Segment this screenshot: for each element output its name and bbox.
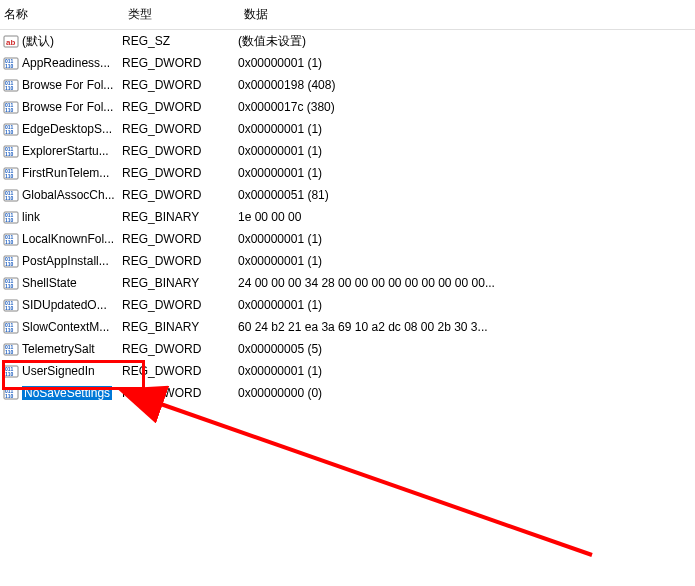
value-name[interactable]: AppReadiness...	[20, 56, 122, 70]
value-data: 0x00000001 (1)	[238, 56, 695, 70]
value-name[interactable]: ExplorerStartu...	[20, 144, 122, 158]
value-type: REG_BINARY	[122, 210, 238, 224]
registry-value-row[interactable]: 011110EdgeDesktopS...REG_DWORD0x00000001…	[0, 118, 695, 140]
value-name[interactable]: link	[20, 210, 122, 224]
registry-value-row[interactable]: 011110UserSignedInREG_DWORD0x00000001 (1…	[0, 360, 695, 382]
reg-string-icon: ab	[3, 33, 19, 49]
reg-binary-icon: 011110	[3, 253, 19, 269]
value-name[interactable]: SIDUpdatedO...	[20, 298, 122, 312]
value-name[interactable]: PostAppInstall...	[20, 254, 122, 268]
registry-value-row[interactable]: 011110NoSaveSettingsREG_DWORD0x00000000 …	[0, 382, 695, 404]
svg-text:110: 110	[5, 239, 14, 245]
svg-text:110: 110	[5, 393, 14, 399]
value-type: REG_DWORD	[122, 100, 238, 114]
svg-line-51	[155, 402, 592, 555]
value-data: 0x00000001 (1)	[238, 144, 695, 158]
value-name[interactable]: FirstRunTelem...	[20, 166, 122, 180]
reg-binary-icon: 011110	[3, 121, 19, 137]
reg-binary-icon: 011110	[3, 231, 19, 247]
registry-value-row[interactable]: 011110SlowContextM...REG_BINARY60 24 b2 …	[0, 316, 695, 338]
svg-text:110: 110	[5, 195, 14, 201]
value-data: 0x00000001 (1)	[238, 364, 695, 378]
reg-binary-icon: 011110	[3, 143, 19, 159]
value-type: REG_BINARY	[122, 320, 238, 334]
reg-binary-icon: 011110	[3, 275, 19, 291]
registry-value-row[interactable]: 011110PostAppInstall...REG_DWORD0x000000…	[0, 250, 695, 272]
value-type: REG_DWORD	[122, 386, 238, 400]
reg-binary-icon: 011110	[3, 55, 19, 71]
value-type: REG_DWORD	[122, 56, 238, 70]
value-data: 1e 00 00 00	[238, 210, 695, 224]
registry-value-row[interactable]: 011110GlobalAssocCh...REG_DWORD0x0000005…	[0, 184, 695, 206]
header-name[interactable]: 名称	[0, 4, 122, 25]
registry-value-row[interactable]: 011110AppReadiness...REG_DWORD0x00000001…	[0, 52, 695, 74]
value-name[interactable]: NoSaveSettings	[20, 386, 122, 400]
registry-value-row[interactable]: 011110LocalKnownFol...REG_DWORD0x0000000…	[0, 228, 695, 250]
registry-value-row[interactable]: 011110SIDUpdatedO...REG_DWORD0x00000001 …	[0, 294, 695, 316]
value-data: 0x00000001 (1)	[238, 232, 695, 246]
value-type: REG_SZ	[122, 34, 238, 48]
registry-value-row[interactable]: 011110TelemetrySaltREG_DWORD0x00000005 (…	[0, 338, 695, 360]
value-name[interactable]: UserSignedIn	[20, 364, 122, 378]
reg-binary-icon: 011110	[3, 209, 19, 225]
svg-text:110: 110	[5, 305, 14, 311]
registry-value-row[interactable]: 011110Browse For Fol...REG_DWORD0x000001…	[0, 74, 695, 96]
svg-text:110: 110	[5, 261, 14, 267]
value-name[interactable]: (默认)	[20, 33, 122, 50]
value-data: 0x00000001 (1)	[238, 254, 695, 268]
registry-value-row[interactable]: 011110ExplorerStartu...REG_DWORD0x000000…	[0, 140, 695, 162]
value-name[interactable]: Browse For Fol...	[20, 100, 122, 114]
svg-text:110: 110	[5, 217, 14, 223]
value-data: 0x00000000 (0)	[238, 386, 695, 400]
header-data[interactable]: 数据	[238, 4, 695, 25]
value-data: 0x00000198 (408)	[238, 78, 695, 92]
value-type: REG_DWORD	[122, 232, 238, 246]
value-name[interactable]: SlowContextM...	[20, 320, 122, 334]
value-type: REG_DWORD	[122, 166, 238, 180]
registry-list-view[interactable]: 名称 类型 数据 ab(默认)REG_SZ(数值未设置)011110AppRea…	[0, 0, 695, 404]
svg-text:110: 110	[5, 151, 14, 157]
svg-text:110: 110	[5, 107, 14, 113]
value-data: 60 24 b2 21 ea 3a 69 10 a2 dc 08 00 2b 3…	[238, 320, 695, 334]
value-data: 0x00000051 (81)	[238, 188, 695, 202]
value-data: 0x00000001 (1)	[238, 298, 695, 312]
header-type[interactable]: 类型	[122, 4, 238, 25]
reg-binary-icon: 011110	[3, 297, 19, 313]
registry-value-row[interactable]: 011110Browse For Fol...REG_DWORD0x000001…	[0, 96, 695, 118]
svg-text:110: 110	[5, 85, 14, 91]
value-type: REG_DWORD	[122, 254, 238, 268]
reg-binary-icon: 011110	[3, 385, 19, 401]
value-type: REG_BINARY	[122, 276, 238, 290]
value-data: 0x00000001 (1)	[238, 166, 695, 180]
value-type: REG_DWORD	[122, 188, 238, 202]
reg-binary-icon: 011110	[3, 165, 19, 181]
value-data: 24 00 00 00 34 28 00 00 00 00 00 00 00 0…	[238, 276, 695, 290]
reg-binary-icon: 011110	[3, 319, 19, 335]
reg-binary-icon: 011110	[3, 77, 19, 93]
svg-text:110: 110	[5, 173, 14, 179]
value-data: 0x00000005 (5)	[238, 342, 695, 356]
reg-binary-icon: 011110	[3, 363, 19, 379]
registry-value-row[interactable]: 011110ShellStateREG_BINARY24 00 00 00 34…	[0, 272, 695, 294]
svg-text:110: 110	[5, 129, 14, 135]
value-type: REG_DWORD	[122, 342, 238, 356]
reg-binary-icon: 011110	[3, 99, 19, 115]
value-name[interactable]: EdgeDesktopS...	[20, 122, 122, 136]
registry-value-row[interactable]: 011110FirstRunTelem...REG_DWORD0x0000000…	[0, 162, 695, 184]
svg-text:110: 110	[5, 283, 14, 289]
reg-binary-icon: 011110	[3, 341, 19, 357]
value-type: REG_DWORD	[122, 144, 238, 158]
registry-value-row[interactable]: 011110linkREG_BINARY1e 00 00 00	[0, 206, 695, 228]
value-name[interactable]: ShellState	[20, 276, 122, 290]
value-name[interactable]: TelemetrySalt	[20, 342, 122, 356]
value-type: REG_DWORD	[122, 364, 238, 378]
value-data: 0x0000017c (380)	[238, 100, 695, 114]
svg-text:110: 110	[5, 371, 14, 377]
value-name[interactable]: GlobalAssocCh...	[20, 188, 122, 202]
registry-value-row[interactable]: ab(默认)REG_SZ(数值未设置)	[0, 30, 695, 52]
value-name[interactable]: Browse For Fol...	[20, 78, 122, 92]
svg-text:110: 110	[5, 63, 14, 69]
reg-binary-icon: 011110	[3, 187, 19, 203]
value-name[interactable]: LocalKnownFol...	[20, 232, 122, 246]
value-type: REG_DWORD	[122, 298, 238, 312]
